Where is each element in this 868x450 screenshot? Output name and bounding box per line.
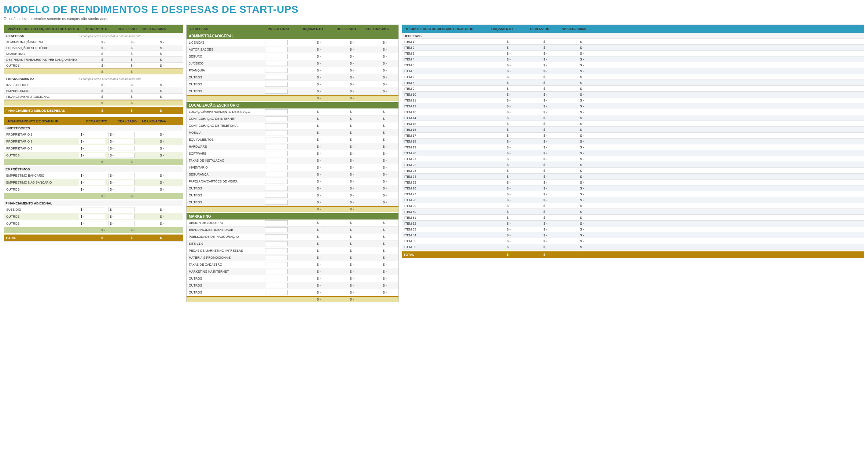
mid-marketing-row: OUTROS $ - $ - $ - xyxy=(187,282,398,289)
despesas-rows: ADMINISTRAÇÃO/GERAL $ - $ - $ - LOCALIZA… xyxy=(4,39,183,69)
right-total-row: TOTAL $ - $ - xyxy=(402,251,864,258)
grand-total-row: TOTAL $ - $ - $ - xyxy=(4,235,183,241)
left-despesa-row: MARKETING $ - $ - $ - xyxy=(4,51,183,57)
right-item-row: ITEM 11 $ - $ - $ - xyxy=(402,97,864,103)
right-despesas-label-row: DESPESAS xyxy=(402,33,864,39)
right-item-row: ITEM 9 $ - $ - $ - xyxy=(402,86,864,92)
right-item-row: ITEM 16 $ - $ - $ - xyxy=(402,127,864,133)
overview-col-ab: ABAIXO/ACIMA xyxy=(138,26,168,32)
fin-minus-real: $ - xyxy=(107,108,136,113)
section2-title: FINANCIAMENTO DE START-UP xyxy=(6,119,80,124)
marketing-title: MARKETING xyxy=(187,213,398,220)
admin-title: ADMINISTRAÇÃO/GERAL xyxy=(187,33,398,39)
left-fin-adicional-row: OUTROS $ - xyxy=(4,213,183,220)
mid-local-row: OUTROS $ - $ - $ - xyxy=(187,185,398,192)
despesas-header-row: DESPESAS os campos serão preenchidos aut… xyxy=(4,33,183,39)
right-item-row: ITEM 25 $ - $ - $ - xyxy=(402,180,864,185)
left-investidores-row: PROPRIETÁRIO 2 $ - xyxy=(4,138,183,145)
right-item-row: ITEM 2 $ - $ - $ - xyxy=(402,45,864,51)
admin-total-row: $ - $ - xyxy=(187,95,398,101)
right-item-row: ITEM 4 $ - $ - $ - xyxy=(402,56,864,62)
mid-panel: DESPESAS PRAZO FINAL ORÇAMENTO REALIZADO… xyxy=(186,25,399,302)
right-item-row: ITEM 1 $ - $ - $ - xyxy=(402,39,864,45)
emprestimos-rows: EMPRÉSTIMO BANCÁRIO $ - EMPRÉSTIMO NÃO B… xyxy=(4,172,183,193)
mid-local-row: OUTROS $ - $ - $ - xyxy=(187,192,398,199)
mid-marketing-row: OUTROS $ - $ - $ - xyxy=(187,289,398,296)
fin-minus-label: FINANCIAMENTO MENOS DESPESAS xyxy=(4,108,77,113)
mid-local-row: SEGURANÇA $ - $ - $ - xyxy=(187,171,398,178)
right-item-row: ITEM 10 $ - $ - $ - xyxy=(402,92,864,97)
right-item-row: ITEM 6 $ - $ - $ - xyxy=(402,68,864,74)
mid-marketing-row: OUTROS $ - $ - $ - xyxy=(187,275,398,282)
mid-marketing-row: DESIGN DE LOGOTIPO $ - $ - $ - xyxy=(187,220,398,226)
right-item-row: ITEM 15 $ - $ - $ - xyxy=(402,121,864,127)
startup-financing-section: FINANCIAMENTO DE START-UP ORÇAMENTO REAL… xyxy=(4,117,183,241)
main-container: VISÃO GERAL DO ORÇAMENTO DE START-U ORÇA… xyxy=(4,25,864,302)
right-item-row: ITEM 29 $ - $ - $ - xyxy=(402,203,864,209)
investidores-rows: PROPRIETÁRIO 1 $ - PROPRIETÁRIO 2 $ - PR… xyxy=(4,131,183,159)
left-investidores-row: PROPRIETÁRIO 1 $ - xyxy=(4,131,183,138)
right-item-row: ITEM 13 $ - $ - $ - xyxy=(402,109,864,115)
mid-marketing-row: TAXAS DE CADASTRO $ - $ - $ - xyxy=(187,261,398,268)
left-financiamento-row: INVESTIDORES $ - $ - $ - xyxy=(4,82,183,88)
financiamento-header-row: FINANCIAMENTO os campos serão preenchido… xyxy=(4,76,183,82)
mid-admin-row: JURÍDICO $ - $ - $ - xyxy=(187,60,398,67)
right-item-row: ITEM 5 $ - $ - $ - xyxy=(402,62,864,68)
left-financiamento-row: EMPRÉSTIMOS $ - $ - $ - xyxy=(4,88,183,94)
right-item-row: ITEM 30 $ - $ - $ - xyxy=(402,209,864,215)
despesas-total-row: $ - $ - xyxy=(4,69,183,74)
right-item-row: ITEM 23 $ - $ - $ - xyxy=(402,168,864,174)
right-despesas-label: DESPESAS xyxy=(402,33,475,38)
left-financiamento-row: FINANCIAMENTO ADICIONAL $ - $ - $ - xyxy=(4,94,183,100)
admin-rows: LICENÇAS $ - $ - $ - AUTORIZAÇÕES $ - $ … xyxy=(187,39,398,95)
mid-marketing-row: MATERIAIS PROMOCIONAIS $ - $ - $ - xyxy=(187,254,398,261)
right-item-row: ITEM 20 $ - $ - $ - xyxy=(402,150,864,156)
right-item-row: ITEM 8 $ - $ - $ - xyxy=(402,80,864,86)
left-investidores-row: OUTROS $ - xyxy=(4,152,183,159)
right-item-row: ITEM 35 $ - $ - $ - xyxy=(402,238,864,244)
emprestimos-subheader: EMPRÉSTIMOS xyxy=(4,166,183,172)
despesas-total-orc: $ - xyxy=(77,69,107,74)
right-item-row: ITEM 21 $ - $ - $ - xyxy=(402,156,864,162)
mid-marketing-row: MARKETING NA INTERNET $ - $ - $ - xyxy=(187,268,398,275)
mid-local-row: MOBÍLIA $ - $ - $ - xyxy=(187,129,398,136)
fin-adicional-label: FINANCIAMENTO ADICIONAL xyxy=(4,201,77,206)
local-total-row: $ - $ - xyxy=(187,206,398,212)
mid-local-row: SOFTWARE $ - $ - $ - xyxy=(187,150,398,157)
mid-local-row: CONFIGURAÇÃO DE TELEFONIA $ - $ - $ - xyxy=(187,122,398,129)
despesas-label: DESPESAS xyxy=(4,33,77,39)
right-item-row: ITEM 32 $ - $ - $ - xyxy=(402,221,864,226)
right-item-row: ITEM 26 $ - $ - $ - xyxy=(402,185,864,191)
mid-admin-row: AUTORIZAÇÕES $ - $ - $ - xyxy=(187,46,398,53)
mid-admin-row: OUTROS $ - $ - $ - xyxy=(187,88,398,95)
right-item-row: ITEM 18 $ - $ - $ - xyxy=(402,139,864,144)
fin-minus-orc: $ - xyxy=(77,108,107,113)
right-item-row: ITEM 22 $ - $ - $ - xyxy=(402,162,864,168)
investidores-subheader: INVESTIDORES xyxy=(4,125,183,131)
right-item-row: ITEM 14 $ - $ - $ - xyxy=(402,115,864,121)
local-title: LOCALIZAÇÃO/ESCRITÓRIO xyxy=(187,102,398,108)
investidores-total-row: $ - $ - xyxy=(4,159,183,165)
fin-adicional-rows: SUBSÍDIO $ - OUTROS $ - OUTROS $ - xyxy=(4,206,183,227)
left-despesa-row: ADMINISTRAÇÃO/GERAL $ - $ - $ - xyxy=(4,39,183,45)
right-header: MÉDIA DE CUSTOS MENSAIS PROJETADO ORÇAME… xyxy=(402,25,864,33)
mid-admin-row: LICENÇAS $ - $ - $ - xyxy=(187,39,398,46)
overview-header: VISÃO GERAL DO ORÇAMENTO DE START-U ORÇA… xyxy=(4,25,183,33)
left-despesa-row: DESPESAS TRABALHISTAS PRÉ-LANÇAMENTO $ -… xyxy=(4,57,183,63)
emprestimos-total-row: $ - $ - xyxy=(4,193,183,199)
emprestimos-label: EMPRÉSTIMOS xyxy=(4,167,77,172)
left-emprestimos-row: EMPRÉSTIMO NÃO BANCÁRIO $ - xyxy=(4,179,183,186)
right-title: MÉDIA DE CUSTOS MENSAIS PROJETADO xyxy=(404,26,478,32)
mid-local-row: TAXAS DE INSTALAÇÃO $ - $ - $ - xyxy=(187,157,398,164)
right-total-label: TOTAL xyxy=(402,252,475,257)
right-item-row: ITEM 31 $ - $ - $ - xyxy=(402,215,864,221)
right-item-row: ITEM 7 $ - $ - $ - xyxy=(402,74,864,80)
left-emprestimos-row: OUTROS $ - xyxy=(4,186,183,193)
right-item-row: ITEM 36 $ - $ - $ - xyxy=(402,244,864,250)
overview-title: VISÃO GERAL DO ORÇAMENTO DE START-U xyxy=(6,26,80,32)
right-item-row: ITEM 19 $ - $ - $ - xyxy=(402,144,864,150)
right-items-rows: ITEM 1 $ - $ - $ - ITEM 2 $ - $ - $ - IT… xyxy=(402,39,864,250)
mid-local-row: INVENTÁRIO $ - $ - $ - xyxy=(187,164,398,171)
mid-local-row: HARDWARE $ - $ - $ - xyxy=(187,143,398,150)
right-item-row: ITEM 24 $ - $ - $ - xyxy=(402,174,864,180)
